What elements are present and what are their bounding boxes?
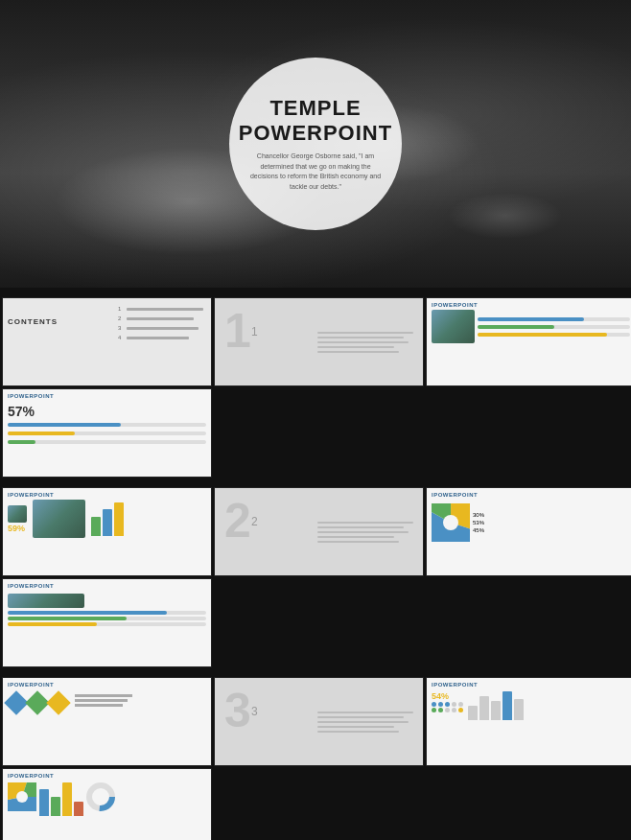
diamond-yellow: [46, 690, 70, 714]
percent-53: 53%: [473, 520, 484, 525]
percent-30: 30%: [473, 512, 484, 518]
slide-bars-1: [478, 316, 630, 338]
slide-label-8: IPOWERPOINT: [8, 773, 206, 779]
slide-data-1[interactable]: IPOWERPOINT: [426, 297, 631, 386]
slides-row-2: IPOWERPOINT 59% 2 2: [0, 485, 631, 669]
section-2-small: 2: [251, 515, 258, 528]
contents-item-2: 2: [118, 315, 203, 321]
slide-5-content: [8, 594, 206, 627]
svg-point-3: [443, 515, 458, 530]
pie-chart-2: [8, 782, 36, 811]
slide-label-1: IPOWERPOINT: [432, 302, 630, 308]
slide-label-4: IPOWERPOINT: [432, 492, 630, 498]
slide-data-2[interactable]: IPOWERPOINT 57%: [2, 388, 212, 478]
contents-item-1: 1: [118, 306, 203, 312]
slide-4-content: 30% 53% 45%: [432, 503, 630, 542]
hero-circle: TEMPLE POWERPOINT Chancellor George Osbo…: [229, 58, 402, 230]
section-number-3: 3: [224, 683, 251, 738]
slide-8-content: [8, 782, 206, 816]
slide-data-8[interactable]: IPOWERPOINT: [2, 768, 212, 840]
slide-data-7[interactable]: IPOWERPOINT 54%: [426, 677, 631, 766]
percent-59: 59%: [8, 524, 27, 533]
section-number-1: 1: [224, 303, 251, 359]
slide-label-3: IPOWERPOINT: [8, 492, 206, 498]
contents-lines: 1 2 3 4: [118, 306, 203, 340]
diamond-icons: [8, 694, 206, 712]
slides-row-1: CONTENTS 1 2 3 4: [0, 295, 631, 479]
slide-contents[interactable]: CONTENTS 1 2 3 4: [2, 297, 212, 386]
contents-item-3: 3: [118, 325, 203, 331]
hero-separator: [0, 288, 631, 295]
contents-title: CONTENTS: [8, 317, 58, 326]
slide-label-6: IPOWERPOINT: [8, 682, 206, 688]
svg-point-7: [16, 791, 28, 803]
slides-container: CONTENTS 1 2 3 4: [0, 295, 631, 840]
slide-section-2[interactable]: 2 2: [214, 487, 424, 576]
percent-57: 57%: [8, 404, 35, 419]
hero-subtitle: Chancellor George Osborne said, "I am de…: [248, 152, 383, 192]
section-number-2: 2: [224, 493, 251, 548]
slide-section-1[interactable]: 1 1: [214, 297, 424, 386]
slide-1-content: [432, 310, 630, 343]
section-2-lines: [317, 498, 413, 566]
slide-7-content: 54%: [432, 691, 630, 720]
slide-section-3[interactable]: 3 3: [214, 677, 424, 766]
contents-item-4: 4: [118, 335, 203, 340]
hero-section: TEMPLE POWERPOINT Chancellor George Osbo…: [0, 0, 631, 288]
slide-data-5[interactable]: IPOWERPOINT: [2, 578, 212, 667]
slide-label-5: IPOWERPOINT: [8, 583, 206, 589]
section-3-lines: [317, 688, 413, 756]
percent-54: 54%: [432, 691, 464, 701]
dot-grid: [432, 702, 464, 712]
slides-row-3: IPOWERPOINT 3 3: [0, 675, 631, 840]
slide-data-4[interactable]: IPOWERPOINT 30% 53% 45%: [426, 487, 631, 576]
slide-3-content: 59%: [8, 500, 206, 538]
section-lines: [317, 308, 413, 376]
donut-chart-1: [86, 782, 115, 811]
slide-percent-content: 57%: [8, 404, 206, 445]
section-3-small: 3: [251, 705, 258, 718]
pie-chart-1: [432, 503, 470, 542]
mini-bars-1: [91, 502, 124, 536]
slide-label-7: IPOWERPOINT: [432, 682, 630, 688]
slide-data-6[interactable]: IPOWERPOINT: [2, 677, 212, 766]
percent-45: 45%: [473, 527, 484, 533]
mini-bars-3: [39, 782, 83, 816]
hero-title: TEMPLE POWERPOINT: [239, 96, 392, 147]
section-number-small: 1: [251, 325, 258, 338]
mini-bars-2: [468, 691, 524, 720]
slide-image-1: [432, 310, 475, 343]
slide-data-3[interactable]: IPOWERPOINT 59%: [2, 487, 212, 576]
slide-label-2: IPOWERPOINT: [8, 393, 206, 399]
